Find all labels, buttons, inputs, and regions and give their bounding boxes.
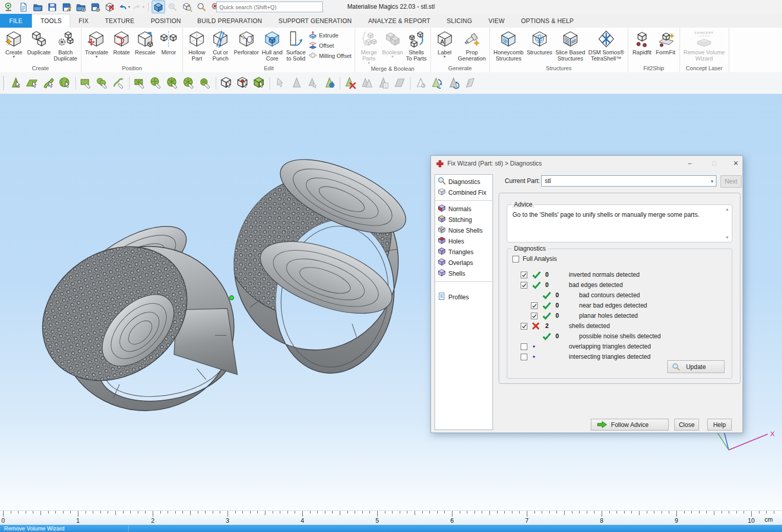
save-project-icon[interactable] <box>89 1 102 13</box>
tab-build-preparation[interactable]: BUILD PREPARATION <box>189 14 270 28</box>
advice-scrollbar[interactable]: ▲▼ <box>724 207 731 240</box>
zoom-settings-icon[interactable] <box>166 1 179 13</box>
mark-plane-tool[interactable] <box>305 75 321 91</box>
tab-support-generation[interactable]: SUPPORT GENERATION <box>270 14 360 28</box>
current-part-dropdown[interactable]: stl ▾ <box>541 175 716 187</box>
ribbon-item-shells[interactable]: Shells To Parts <box>404 29 428 62</box>
sidebar-item-stitching[interactable]: Stitching <box>435 214 492 225</box>
select-shells-tool[interactable] <box>57 75 73 91</box>
ribbon-item-rescale[interactable]: Rescale <box>133 29 157 56</box>
sidebar-item-shells[interactable]: Shells <box>435 268 492 279</box>
sidebar-item-noise-shells[interactable]: Noise Shells <box>435 225 492 236</box>
sidebar-item-diagnostics[interactable]: Diagnostics <box>435 176 492 187</box>
quick-search-input[interactable] <box>216 2 323 12</box>
update-button[interactable]: Update <box>667 360 725 373</box>
scroll-up-icon[interactable]: ▲ <box>725 207 729 212</box>
ring-marking-tool[interactable] <box>198 75 213 91</box>
next-button[interactable]: Next <box>721 175 742 188</box>
tab-file[interactable]: FILE <box>0 14 32 28</box>
ellipse-marking-tool[interactable] <box>95 75 110 91</box>
tab-position[interactable]: POSITION <box>142 14 189 28</box>
ribbon-item-cut-or[interactable]: Cut or Punch <box>209 29 232 62</box>
diagnostic-checkbox[interactable] <box>531 302 538 309</box>
ribbon-item-boolean[interactable]: Boolean▼ <box>381 29 404 59</box>
mark-triangle-tool[interactable] <box>289 75 304 91</box>
ribbon-item-hollow[interactable]: Hollow Part <box>185 29 209 62</box>
sidebar-item-combined-fix[interactable]: Combined Fix <box>435 187 492 198</box>
close-button[interactable]: Close <box>674 419 699 431</box>
diagnostic-checkbox[interactable] <box>521 343 527 350</box>
ribbon-item-offset[interactable]: Offset <box>307 40 352 51</box>
tab-options-help[interactable]: OPTIONS & HELP <box>513 14 582 28</box>
ribbon-item-structures[interactable]: Structures <box>525 29 554 56</box>
wheel-marking-tool[interactable] <box>181 75 197 91</box>
cube-select-tool[interactable] <box>219 75 234 91</box>
tab-view[interactable]: VIEW <box>480 14 512 28</box>
select-planes-tool[interactable] <box>25 75 40 91</box>
ribbon-item-honeycomb[interactable]: Honeycomb Structures <box>492 29 525 62</box>
ribbon-item-create[interactable]: Create▼ <box>2 29 26 59</box>
ribbon-item-mirror[interactable]: Mirror <box>157 29 180 56</box>
full-analysis-row[interactable]: Full Analysis <box>512 255 557 262</box>
model-ring-left[interactable] <box>5 205 247 431</box>
ribbon-item-formfit[interactable]: FormFit <box>654 29 677 56</box>
freeform-marking-tool[interactable] <box>111 75 127 91</box>
rectangle-marking-tool[interactable] <box>78 75 94 91</box>
open-file-icon[interactable] <box>31 1 45 13</box>
select-surfaces-tool[interactable] <box>41 75 56 91</box>
sidebar-item-holes[interactable]: Holes <box>435 236 492 247</box>
remove-part-icon[interactable] <box>103 1 116 13</box>
tab-analyze-report[interactable]: ANALYZE & REPORT <box>360 14 438 28</box>
sidebar-item-overlaps[interactable]: Overlaps <box>435 257 492 268</box>
tab-texture[interactable]: TEXTURE <box>97 14 142 28</box>
ribbon-item-perforator[interactable]: Perforator <box>232 29 260 56</box>
star-marking-tool[interactable] <box>165 75 180 91</box>
close-icon[interactable]: ✕ <box>727 156 745 170</box>
sidebar-item-triangles[interactable]: Triangles <box>435 247 492 257</box>
fit-view-icon[interactable] <box>180 1 194 13</box>
dialog-titlebar[interactable]: Fix Wizard (Part: stl) > Diagnostics – □… <box>431 156 743 171</box>
diagnostic-checkbox[interactable] <box>531 313 538 319</box>
update-marked-tool[interactable] <box>429 75 445 91</box>
zoom-in-icon[interactable] <box>195 1 208 13</box>
scroll-down-icon[interactable]: ▼ <box>725 235 729 240</box>
follow-advice-button[interactable]: Follow Advice <box>591 419 669 431</box>
ribbon-item-prop[interactable]: Prop Generation <box>457 29 487 62</box>
sidebar-item-normals[interactable]: Normals <box>435 203 492 214</box>
brush-marking-tool[interactable] <box>149 75 164 91</box>
plane-section-tool[interactable] <box>462 75 478 91</box>
ribbon-item-batch[interactable]: Batch Duplicate <box>52 29 79 62</box>
undo-button[interactable]: ▾ <box>117 1 131 13</box>
ribbon-item-translate[interactable]: Translate▼ <box>84 29 110 59</box>
ribbon-item-extrude[interactable]: Extrude <box>307 30 352 40</box>
grow-selection-tool[interactable] <box>413 75 428 91</box>
delete-marked-tool[interactable] <box>343 75 358 91</box>
maximize-icon[interactable]: □ <box>706 156 723 170</box>
smooth-triangle-tool[interactable] <box>322 75 337 91</box>
tab-tools[interactable]: TOOLS <box>32 14 70 28</box>
ribbon-item-surface[interactable]: Surface to Solid <box>284 29 307 62</box>
new-document-icon[interactable] <box>17 1 30 13</box>
view-cube-button[interactable] <box>152 1 165 13</box>
sidebar-item-profiles[interactable]: Profiles <box>435 292 492 302</box>
ribbon-item-duplicate[interactable]: Duplicate <box>26 29 52 56</box>
redo-button[interactable]: ▾ <box>132 1 145 13</box>
pointer-tool[interactable] <box>273 75 288 91</box>
cube-inner-select-tool[interactable] <box>235 75 251 91</box>
toolbar-drag-handle[interactable] <box>2 76 6 90</box>
cube-volume-select-tool[interactable] <box>252 75 267 91</box>
ribbon-item-label[interactable]: ALabel▼ <box>433 29 457 59</box>
diagnostic-checkbox[interactable] <box>521 272 527 278</box>
diagnostic-checkbox[interactable] <box>521 282 527 289</box>
window-triangles-marking-tool[interactable] <box>132 75 148 91</box>
ribbon-item-slice-based[interactable]: Slice Based Structures <box>554 29 587 62</box>
ribbon-item-merge[interactable]: Merge Parts▼ <box>357 29 381 65</box>
ribbon-item-hull-and[interactable]: Hull and Core <box>260 29 284 62</box>
save-icon[interactable] <box>46 1 59 13</box>
diagnostic-checkbox[interactable] <box>521 354 527 360</box>
scene-icon[interactable] <box>3 1 16 13</box>
select-triangles-tool[interactable] <box>8 75 24 91</box>
minimize-icon[interactable]: – <box>681 156 698 170</box>
tab-slicing[interactable]: SLICING <box>439 14 480 28</box>
diagnostic-checkbox[interactable] <box>521 323 527 330</box>
